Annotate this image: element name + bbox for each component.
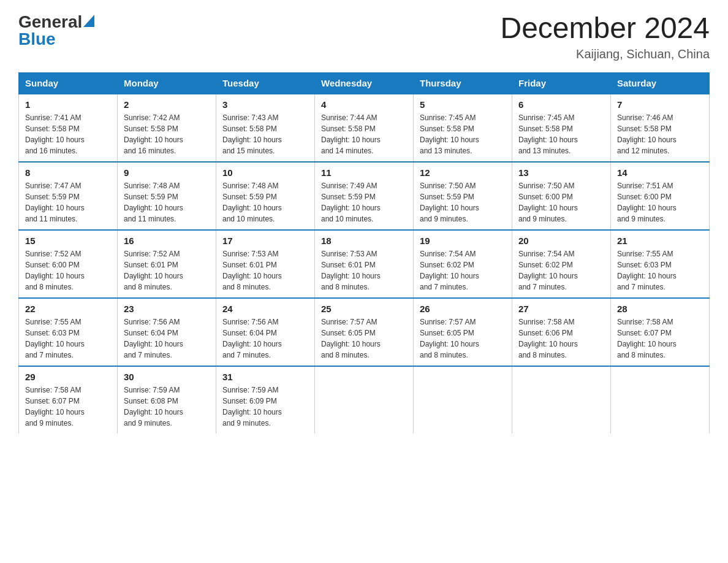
calendar-cell: 23 Sunrise: 7:56 AM Sunset: 6:04 PM Dayl… <box>118 298 216 366</box>
day-info: Sunrise: 7:45 AM Sunset: 5:58 PM Dayligh… <box>420 112 506 156</box>
calendar-week-2: 8 Sunrise: 7:47 AM Sunset: 5:59 PM Dayli… <box>19 162 710 230</box>
calendar-week-5: 29 Sunrise: 7:58 AM Sunset: 6:07 PM Dayl… <box>19 366 710 434</box>
calendar-cell: 27 Sunrise: 7:58 AM Sunset: 6:06 PM Dayl… <box>512 298 611 366</box>
calendar-cell: 1 Sunrise: 7:41 AM Sunset: 5:58 PM Dayli… <box>19 94 118 162</box>
calendar-cell: 30 Sunrise: 7:59 AM Sunset: 6:08 PM Dayl… <box>118 366 216 434</box>
day-info: Sunrise: 7:56 AM Sunset: 6:04 PM Dayligh… <box>222 316 308 361</box>
day-number: 8 <box>25 167 111 178</box>
calendar-cell: 2 Sunrise: 7:42 AM Sunset: 5:58 PM Dayli… <box>118 94 216 162</box>
day-number: 19 <box>420 236 506 246</box>
day-number: 26 <box>420 304 506 314</box>
day-number: 2 <box>124 99 210 110</box>
day-number: 10 <box>222 167 308 178</box>
day-number: 16 <box>124 236 210 246</box>
day-number: 11 <box>321 167 407 178</box>
day-info: Sunrise: 7:45 AM Sunset: 5:58 PM Dayligh… <box>518 112 604 156</box>
day-number: 24 <box>222 304 308 314</box>
calendar-cell: 7 Sunrise: 7:46 AM Sunset: 5:58 PM Dayli… <box>611 94 710 162</box>
day-info: Sunrise: 7:52 AM Sunset: 6:01 PM Dayligh… <box>124 248 210 293</box>
logo: General Blue <box>18 12 94 49</box>
calendar-cell: 11 Sunrise: 7:49 AM Sunset: 5:59 PM Dayl… <box>315 162 414 230</box>
weekday-header-sunday: Sunday <box>19 72 118 94</box>
calendar-cell: 14 Sunrise: 7:51 AM Sunset: 6:00 PM Dayl… <box>611 162 710 230</box>
day-info: Sunrise: 7:56 AM Sunset: 6:04 PM Dayligh… <box>124 316 210 361</box>
calendar-cell: 24 Sunrise: 7:56 AM Sunset: 6:04 PM Dayl… <box>216 298 315 366</box>
calendar-cell: 19 Sunrise: 7:54 AM Sunset: 6:02 PM Dayl… <box>414 230 512 298</box>
day-number: 30 <box>124 372 210 382</box>
calendar-cell: 10 Sunrise: 7:48 AM Sunset: 5:59 PM Dayl… <box>216 162 315 230</box>
calendar-cell <box>611 366 710 434</box>
calendar-table: SundayMondayTuesdayWednesdayThursdayFrid… <box>18 72 710 434</box>
day-info: Sunrise: 7:59 AM Sunset: 6:09 PM Dayligh… <box>222 385 308 429</box>
weekday-header-saturday: Saturday <box>611 72 710 94</box>
day-info: Sunrise: 7:41 AM Sunset: 5:58 PM Dayligh… <box>25 112 111 156</box>
logo-blue-text: Blue <box>18 29 56 49</box>
day-info: Sunrise: 7:55 AM Sunset: 6:03 PM Dayligh… <box>617 248 703 293</box>
weekday-header-thursday: Thursday <box>414 72 512 94</box>
day-number: 18 <box>321 236 407 246</box>
day-number: 29 <box>25 372 111 382</box>
logo-triangle-icon <box>83 15 94 29</box>
calendar-cell: 13 Sunrise: 7:50 AM Sunset: 6:00 PM Dayl… <box>512 162 611 230</box>
day-number: 25 <box>321 304 407 314</box>
day-number: 13 <box>518 167 604 178</box>
day-info: Sunrise: 7:53 AM Sunset: 6:01 PM Dayligh… <box>222 248 308 293</box>
day-info: Sunrise: 7:57 AM Sunset: 6:05 PM Dayligh… <box>420 316 506 361</box>
day-info: Sunrise: 7:50 AM Sunset: 5:59 PM Dayligh… <box>420 180 506 224</box>
day-number: 22 <box>25 304 111 314</box>
calendar-cell: 18 Sunrise: 7:53 AM Sunset: 6:01 PM Dayl… <box>315 230 414 298</box>
weekday-header-tuesday: Tuesday <box>216 72 315 94</box>
calendar-cell <box>414 366 512 434</box>
day-number: 12 <box>420 167 506 178</box>
calendar-cell: 17 Sunrise: 7:53 AM Sunset: 6:01 PM Dayl… <box>216 230 315 298</box>
day-number: 31 <box>222 372 308 382</box>
calendar-cell: 25 Sunrise: 7:57 AM Sunset: 6:05 PM Dayl… <box>315 298 414 366</box>
calendar-cell: 28 Sunrise: 7:58 AM Sunset: 6:07 PM Dayl… <box>611 298 710 366</box>
day-number: 6 <box>518 99 604 110</box>
month-title: December 2024 <box>500 12 710 45</box>
calendar-cell: 26 Sunrise: 7:57 AM Sunset: 6:05 PM Dayl… <box>414 298 512 366</box>
weekday-header-friday: Friday <box>512 72 611 94</box>
calendar-cell <box>512 366 611 434</box>
calendar-cell: 5 Sunrise: 7:45 AM Sunset: 5:58 PM Dayli… <box>414 94 512 162</box>
day-info: Sunrise: 7:54 AM Sunset: 6:02 PM Dayligh… <box>420 248 506 293</box>
calendar-cell: 20 Sunrise: 7:54 AM Sunset: 6:02 PM Dayl… <box>512 230 611 298</box>
location-subtitle: Kaijiang, Sichuan, China <box>500 47 710 61</box>
day-number: 5 <box>420 99 506 110</box>
day-info: Sunrise: 7:43 AM Sunset: 5:58 PM Dayligh… <box>222 112 308 156</box>
calendar-cell: 6 Sunrise: 7:45 AM Sunset: 5:58 PM Dayli… <box>512 94 611 162</box>
day-info: Sunrise: 7:42 AM Sunset: 5:58 PM Dayligh… <box>124 112 210 156</box>
calendar-header-row: SundayMondayTuesdayWednesdayThursdayFrid… <box>19 72 710 94</box>
day-info: Sunrise: 7:50 AM Sunset: 6:00 PM Dayligh… <box>518 180 604 224</box>
day-number: 3 <box>222 99 308 110</box>
calendar-cell <box>315 366 414 434</box>
calendar-week-3: 15 Sunrise: 7:52 AM Sunset: 6:00 PM Dayl… <box>19 230 710 298</box>
day-info: Sunrise: 7:52 AM Sunset: 6:00 PM Dayligh… <box>25 248 111 293</box>
day-info: Sunrise: 7:51 AM Sunset: 6:00 PM Dayligh… <box>617 180 703 224</box>
calendar-cell: 3 Sunrise: 7:43 AM Sunset: 5:58 PM Dayli… <box>216 94 315 162</box>
weekday-header-wednesday: Wednesday <box>315 72 414 94</box>
calendar-cell: 15 Sunrise: 7:52 AM Sunset: 6:00 PM Dayl… <box>19 230 118 298</box>
day-number: 9 <box>124 167 210 178</box>
day-info: Sunrise: 7:57 AM Sunset: 6:05 PM Dayligh… <box>321 316 407 361</box>
day-number: 4 <box>321 99 407 110</box>
calendar-cell: 4 Sunrise: 7:44 AM Sunset: 5:58 PM Dayli… <box>315 94 414 162</box>
calendar-cell: 8 Sunrise: 7:47 AM Sunset: 5:59 PM Dayli… <box>19 162 118 230</box>
day-number: 17 <box>222 236 308 246</box>
day-info: Sunrise: 7:58 AM Sunset: 6:07 PM Dayligh… <box>25 385 111 429</box>
calendar-cell: 16 Sunrise: 7:52 AM Sunset: 6:01 PM Dayl… <box>118 230 216 298</box>
day-number: 14 <box>617 167 703 178</box>
calendar-cell: 29 Sunrise: 7:58 AM Sunset: 6:07 PM Dayl… <box>19 366 118 434</box>
calendar-cell: 9 Sunrise: 7:48 AM Sunset: 5:59 PM Dayli… <box>118 162 216 230</box>
day-info: Sunrise: 7:48 AM Sunset: 5:59 PM Dayligh… <box>222 180 308 224</box>
day-number: 7 <box>617 99 703 110</box>
calendar-week-4: 22 Sunrise: 7:55 AM Sunset: 6:03 PM Dayl… <box>19 298 710 366</box>
day-info: Sunrise: 7:54 AM Sunset: 6:02 PM Dayligh… <box>518 248 604 293</box>
day-info: Sunrise: 7:47 AM Sunset: 5:59 PM Dayligh… <box>25 180 111 224</box>
title-block: December 2024 Kaijiang, Sichuan, China <box>500 12 710 61</box>
day-number: 27 <box>518 304 604 314</box>
day-info: Sunrise: 7:59 AM Sunset: 6:08 PM Dayligh… <box>124 385 210 429</box>
calendar-week-1: 1 Sunrise: 7:41 AM Sunset: 5:58 PM Dayli… <box>19 94 710 162</box>
day-info: Sunrise: 7:58 AM Sunset: 6:06 PM Dayligh… <box>518 316 604 361</box>
day-info: Sunrise: 7:49 AM Sunset: 5:59 PM Dayligh… <box>321 180 407 224</box>
